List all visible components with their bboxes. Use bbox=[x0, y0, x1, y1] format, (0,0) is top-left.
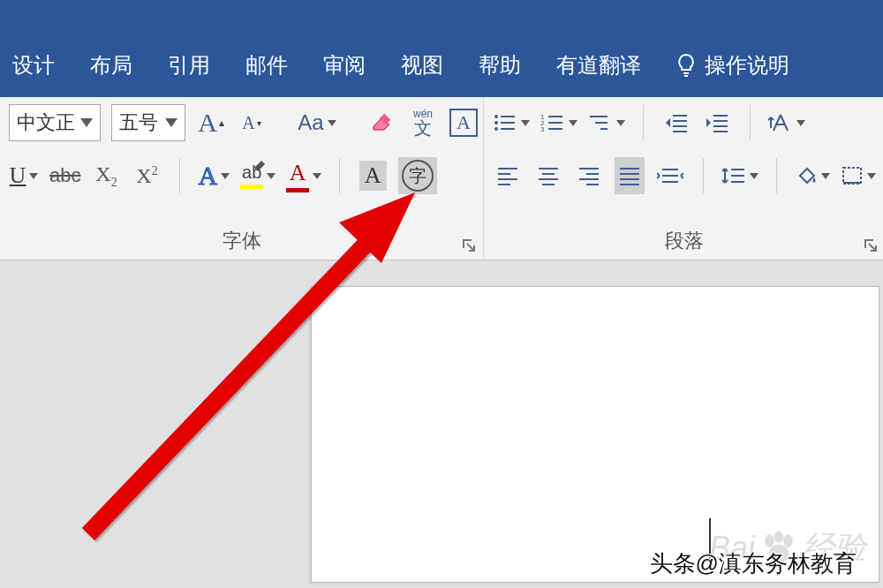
chevron-down-icon bbox=[80, 118, 93, 127]
tab-review[interactable]: 审阅 bbox=[323, 51, 366, 79]
shading-fill-button[interactable] bbox=[795, 157, 830, 194]
svg-rect-36 bbox=[620, 168, 639, 170]
group-paragraph: 123 bbox=[484, 97, 883, 260]
text-effects-icon: A bbox=[198, 161, 217, 191]
svg-rect-20 bbox=[713, 115, 728, 117]
multilevel-list-button[interactable] bbox=[588, 104, 625, 141]
increase-font-button[interactable]: A ▴ bbox=[196, 104, 226, 141]
chevron-down-icon bbox=[867, 173, 876, 179]
subscript-icon: X2 bbox=[95, 162, 117, 190]
distributed-icon bbox=[657, 166, 683, 185]
svg-rect-44 bbox=[731, 175, 744, 177]
svg-rect-25 bbox=[498, 173, 510, 175]
decrease-indent-button[interactable] bbox=[661, 104, 691, 141]
superscript-icon: X2 bbox=[136, 164, 157, 188]
svg-rect-27 bbox=[498, 184, 510, 185]
chevron-down-icon bbox=[750, 173, 758, 179]
phonetic-guide-icon: wén 文 bbox=[413, 109, 433, 137]
tab-layout[interactable]: 布局 bbox=[90, 51, 132, 79]
chevron-down-icon bbox=[616, 120, 625, 126]
font-row-1: 中文正 五号 A ▴ A ▾ Aa bbox=[9, 104, 474, 141]
enclose-characters-button[interactable]: 字 bbox=[398, 157, 437, 194]
svg-rect-30 bbox=[539, 178, 558, 180]
change-case-button[interactable]: Aa bbox=[302, 104, 332, 141]
svg-rect-12 bbox=[548, 128, 562, 130]
chevron-down-icon bbox=[569, 120, 577, 126]
svg-rect-24 bbox=[498, 168, 517, 170]
multilevel-list-icon bbox=[588, 112, 613, 133]
svg-rect-42 bbox=[662, 181, 678, 183]
text-effects-button[interactable]: A bbox=[198, 157, 230, 194]
align-center-icon bbox=[537, 166, 560, 185]
tab-view[interactable]: 视图 bbox=[401, 51, 443, 79]
svg-rect-32 bbox=[579, 168, 599, 170]
paragraph-dialog-launcher[interactable] bbox=[862, 237, 879, 254]
tab-design[interactable]: 设计 bbox=[12, 51, 55, 79]
increase-font-icon: A bbox=[198, 108, 217, 138]
borders-icon bbox=[841, 165, 864, 186]
distributed-button[interactable] bbox=[655, 157, 685, 194]
align-center-button[interactable] bbox=[533, 157, 563, 194]
align-right-icon bbox=[577, 166, 600, 185]
change-case-icon: Aa bbox=[298, 110, 323, 135]
chevron-down-icon bbox=[313, 173, 321, 179]
increase-indent-icon bbox=[705, 112, 729, 133]
svg-point-5 bbox=[494, 127, 498, 131]
svg-rect-39 bbox=[620, 184, 639, 185]
subscript-button[interactable]: X2 bbox=[91, 157, 121, 194]
strikethrough-button[interactable]: abc bbox=[49, 157, 80, 194]
borders-button[interactable] bbox=[841, 157, 876, 194]
separator bbox=[750, 105, 751, 140]
font-size-select[interactable]: 五号 bbox=[111, 104, 185, 141]
svg-rect-33 bbox=[586, 173, 599, 175]
tab-references[interactable]: 引用 bbox=[168, 51, 210, 79]
svg-rect-16 bbox=[673, 115, 687, 117]
tab-mailings[interactable]: 邮件 bbox=[245, 51, 288, 79]
eraser-icon bbox=[370, 110, 395, 135]
line-spacing-button[interactable] bbox=[721, 157, 758, 194]
font-dialog-launcher[interactable] bbox=[460, 237, 478, 254]
phonetic-guide-button[interactable]: wén 文 bbox=[408, 104, 438, 141]
document-page[interactable]: Bai 经验 bbox=[311, 286, 879, 583]
chevron-down-icon bbox=[267, 173, 275, 179]
svg-rect-37 bbox=[620, 173, 639, 175]
clear-formatting-button[interactable] bbox=[367, 104, 397, 141]
svg-rect-35 bbox=[586, 184, 599, 185]
tab-tell-me[interactable]: 操作说明 bbox=[676, 51, 789, 79]
svg-rect-28 bbox=[539, 168, 558, 170]
align-left-button[interactable] bbox=[493, 157, 523, 194]
decrease-indent-icon bbox=[664, 112, 689, 133]
increase-indent-button[interactable] bbox=[702, 104, 732, 141]
svg-point-50 bbox=[774, 531, 784, 543]
svg-rect-40 bbox=[662, 169, 678, 170]
character-shading-icon: A bbox=[359, 161, 387, 191]
justify-button[interactable] bbox=[615, 157, 645, 194]
bullets-button[interactable] bbox=[493, 104, 530, 141]
align-right-button[interactable] bbox=[574, 157, 604, 194]
chevron-down-icon bbox=[328, 120, 336, 126]
svg-rect-38 bbox=[620, 178, 639, 180]
svg-rect-19 bbox=[673, 131, 687, 132]
highlight-color-button[interactable]: ab bbox=[240, 157, 275, 194]
numbering-button[interactable]: 123 bbox=[540, 104, 577, 141]
underline-button[interactable]: U bbox=[9, 157, 39, 194]
character-shading-button[interactable]: A bbox=[358, 157, 388, 194]
superscript-button[interactable]: X2 bbox=[132, 157, 162, 194]
asian-layout-icon bbox=[768, 112, 793, 133]
svg-point-3 bbox=[494, 121, 498, 124]
svg-rect-34 bbox=[579, 178, 599, 180]
font-color-button[interactable]: A bbox=[286, 157, 321, 194]
tab-help[interactable]: 帮助 bbox=[479, 51, 521, 79]
font-name-select[interactable]: 中文正 bbox=[9, 104, 101, 141]
svg-rect-23 bbox=[713, 131, 728, 132]
tab-tell-me-label: 操作说明 bbox=[705, 51, 789, 79]
svg-rect-26 bbox=[498, 178, 517, 180]
paint-bucket-icon bbox=[795, 165, 818, 186]
svg-rect-29 bbox=[542, 173, 555, 175]
tab-youdao[interactable]: 有道翻译 bbox=[556, 51, 641, 79]
asian-layout-button[interactable] bbox=[768, 104, 805, 141]
decrease-font-button[interactable]: A ▾ bbox=[237, 104, 267, 141]
separator bbox=[339, 158, 340, 193]
separator bbox=[643, 105, 644, 140]
character-border-button[interactable]: A bbox=[449, 104, 479, 141]
